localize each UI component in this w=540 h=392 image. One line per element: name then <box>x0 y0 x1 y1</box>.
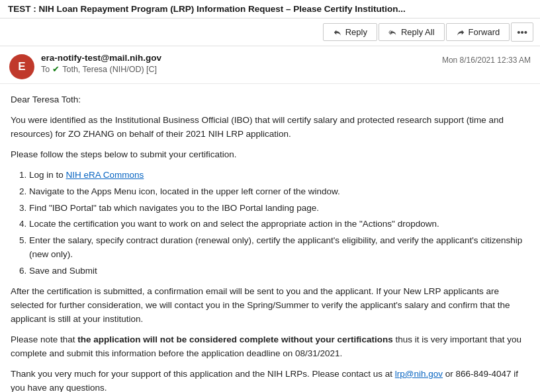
email-title: TEST : NIH Loan Repayment Program (LRP) … <box>0 0 540 19</box>
reply-label: Reply <box>345 27 367 37</box>
body-line4: Please note that the application will no… <box>11 333 529 361</box>
sender-avatar: E <box>9 54 34 79</box>
forward-label: Forward <box>469 27 500 37</box>
forward-button[interactable]: Forward <box>446 23 510 41</box>
recipient-line: To ✔ Toth, Teresa (NIH/OD) [C] <box>41 64 435 74</box>
line5-pre: Thank you very much for your support of … <box>11 369 395 379</box>
steps-list: Log in to NIH eRA Commons Navigate to th… <box>29 169 529 278</box>
body-line2: Please follow the steps below to submit … <box>11 148 529 162</box>
reply-all-label: Reply All <box>401 27 435 37</box>
email-date: Mon 8/16/2021 12:33 AM <box>442 56 531 65</box>
more-button[interactable]: ••• <box>511 22 533 42</box>
more-icon: ••• <box>517 26 527 38</box>
list-item: Log in to NIH eRA Commons <box>29 169 529 182</box>
reply-all-icon <box>388 28 398 37</box>
reply-button[interactable]: Reply <box>323 23 377 41</box>
action-bar: Reply Reply All Forward ••• <box>0 19 540 46</box>
forward-icon <box>456 28 465 37</box>
list-item: Save and Submit <box>29 264 529 278</box>
line4-pre: Please note that <box>11 334 77 344</box>
nih-era-link[interactable]: NIH eRA Commons <box>66 170 144 180</box>
list-item: Find "IBO Portal" tab which navigates yo… <box>29 202 529 216</box>
body-line1: You were identified as the Institutional… <box>11 114 529 141</box>
reply-all-button[interactable]: Reply All <box>379 23 445 41</box>
to-label: To <box>41 65 50 74</box>
email-header: E era-notify-test@mail.nih.gov To ✔ Toth… <box>0 46 540 84</box>
email-body: Dear Teresa Toth: You were identified as… <box>0 84 540 392</box>
body-line5: Thank you very much for your support of … <box>11 368 529 392</box>
sender-email: era-notify-test@mail.nih.gov <box>41 53 435 63</box>
list-item: Enter the salary, specify contract durat… <box>29 234 529 262</box>
list-item: Locate the certification you want to wor… <box>29 217 529 231</box>
body-line3: After the certification is submitted, a … <box>11 285 529 327</box>
sender-info: era-notify-test@mail.nih.gov To ✔ Toth, … <box>41 53 435 74</box>
verified-icon: ✔ <box>52 64 60 74</box>
list-item: Navigate to the Apps Menu icon, located … <box>29 185 529 199</box>
lrp-email-link[interactable]: lrp@nih.gov <box>395 369 443 379</box>
recipient-name: Toth, Teresa (NIH/OD) [C] <box>62 65 157 74</box>
reply-icon <box>333 28 342 37</box>
greeting: Dear Teresa Toth: <box>11 93 529 107</box>
line4-bold: the application will not be considered c… <box>77 334 392 344</box>
